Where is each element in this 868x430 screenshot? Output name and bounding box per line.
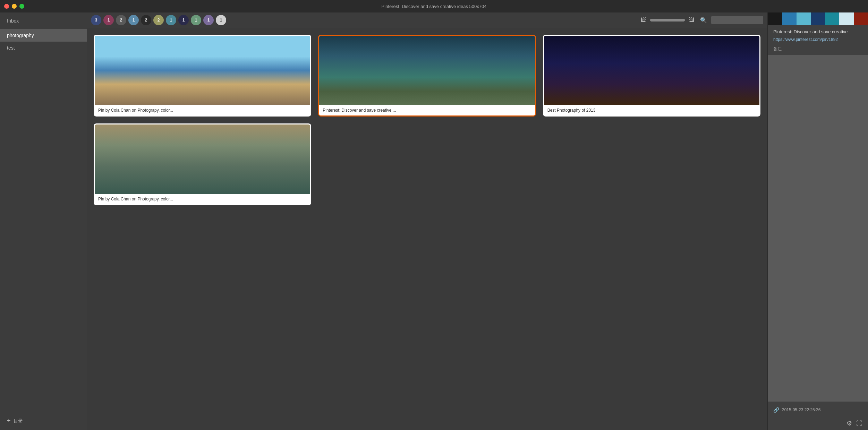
sidebar-item-inbox[interactable]: Inbox [0, 12, 87, 29]
swatch-3[interactable] [811, 12, 825, 25]
image-icon-left[interactable]: 🖼 [639, 16, 647, 25]
panel-footer-icons: ⚙ ⛶ [768, 417, 868, 430]
swatch-4[interactable] [825, 12, 839, 25]
settings-icon-button[interactable]: ⚙ [846, 420, 852, 427]
panel-timestamp: 2015-05-23 22:25:26 [782, 407, 820, 412]
close-button[interactable] [4, 4, 9, 9]
tab-2[interactable]: 2 [116, 15, 126, 25]
tab-0[interactable]: 3 [91, 15, 101, 25]
tab-8[interactable]: 1 [191, 15, 201, 25]
toolbar: 3 1 2 1 2 2 1 1 1 [87, 12, 767, 28]
panel-footer: 🔗 2015-05-23 22:25:26 [768, 403, 868, 417]
window-controls[interactable] [4, 4, 24, 9]
panel-notes-label: 备注 [768, 45, 868, 53]
card-2-image [319, 36, 535, 105]
tab-3[interactable]: 1 [128, 15, 139, 25]
tab-1[interactable]: 1 [103, 15, 114, 25]
card-1[interactable]: Pin by Cola Chan on Photograpy. color... [94, 35, 311, 117]
tab-5[interactable]: 2 [153, 15, 164, 25]
panel-title: Pinterest: Discover and save creative [768, 25, 868, 36]
swatch-6[interactable] [854, 12, 868, 25]
card-3-label: Best Photography of 2013 [544, 105, 759, 115]
tab-10[interactable]: 1 [216, 15, 226, 25]
right-panel: Pinterest: Discover and save creative ht… [767, 12, 868, 430]
color-swatches [768, 12, 868, 25]
app-body: Inbox photography test + 目录 3 1 2 1 [0, 12, 868, 430]
swatch-2[interactable] [797, 12, 811, 25]
add-directory-icon: + [7, 417, 11, 424]
card-3-image [544, 36, 759, 105]
add-directory-label: 目录 [14, 418, 23, 424]
swatch-0[interactable] [768, 12, 782, 25]
sidebar-item-test[interactable]: test [0, 42, 87, 54]
titlebar: Pinterest: Discover and save creative id… [0, 0, 868, 12]
panel-url[interactable]: https://www.pinterest.com/pin/1892 [768, 36, 868, 45]
swatch-5[interactable] [839, 12, 853, 25]
card-1-label: Pin by Cola Chan on Photograpy. color... [95, 105, 310, 115]
swatch-1[interactable] [782, 12, 796, 25]
sidebar: Inbox photography test + 目录 [0, 12, 87, 430]
card-2[interactable]: Pinterest: Discover and save creative ..… [318, 35, 536, 117]
sidebar-item-photography[interactable]: photography [0, 29, 87, 42]
card-2-label: Pinterest: Discover and save creative ..… [319, 105, 535, 115]
window-title: Pinterest: Discover and save creative id… [382, 4, 487, 9]
card-4-label: Pin by Cola Chan on Photograpy. color... [95, 194, 310, 204]
card-1-image [95, 36, 310, 105]
card-3[interactable]: Best Photography of 2013 [543, 35, 760, 117]
link-icon: 🔗 [773, 407, 779, 413]
image-icon-right[interactable]: 🖼 [688, 16, 696, 25]
tab-6[interactable]: 1 [166, 15, 176, 25]
toolbar-right: 🖼 🖼 🔍 [639, 16, 763, 25]
tab-7[interactable]: 1 [178, 15, 189, 25]
tab-4[interactable]: 2 [141, 15, 151, 25]
card-grid: Pin by Cola Chan on Photograpy. color...… [87, 28, 767, 430]
progress-bar [650, 19, 685, 22]
fullscreen-button[interactable] [19, 4, 24, 9]
fullscreen-icon-button[interactable]: ⛶ [856, 420, 862, 427]
search-input[interactable] [711, 16, 763, 24]
main-content: 3 1 2 1 2 2 1 1 1 [87, 12, 767, 430]
minimize-button[interactable] [12, 4, 17, 9]
search-icon[interactable]: 🔍 [699, 16, 708, 25]
card-4[interactable]: Pin by Cola Chan on Photograpy. color... [94, 123, 311, 205]
sidebar-footer-add[interactable]: + 目录 [0, 412, 87, 430]
panel-notes-area[interactable] [768, 55, 868, 402]
tab-9[interactable]: 1 [203, 15, 214, 25]
card-4-image [95, 124, 310, 194]
